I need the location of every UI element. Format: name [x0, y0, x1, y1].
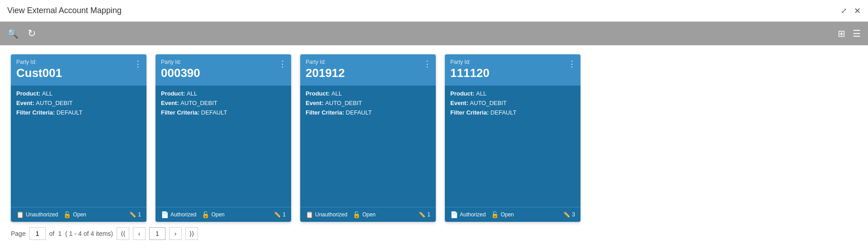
party-id-value-1: 000390	[161, 66, 286, 80]
toolbar-left: 🔍 ↻	[7, 28, 36, 39]
auth-icon-1: 📄	[161, 211, 169, 218]
last-page-button[interactable]: ⟩⟩	[185, 227, 198, 240]
event-row-0: Event: AUTO_DEBIT	[16, 100, 141, 106]
page-input[interactable]	[29, 227, 46, 240]
auth-status-2: 📋 Unauthorized	[306, 211, 347, 218]
auth-icon-0: 📋	[16, 211, 24, 218]
lock-status-1: 🔓 Open	[202, 211, 224, 218]
lock-status-3: 🔓 Open	[491, 211, 514, 218]
grid-view-icon[interactable]: ⊞	[838, 28, 845, 39]
minimize-icon[interactable]: ⤢	[841, 6, 847, 15]
close-icon[interactable]: ✕	[854, 6, 861, 16]
of-label: of	[49, 230, 55, 237]
lock-icon-0: 🔓	[63, 211, 71, 218]
toolbar-right: ⊞ ☰	[838, 28, 861, 39]
search-icon[interactable]: 🔍	[7, 28, 19, 39]
card-header-0: Party Id: Cust001 ⋮	[11, 54, 146, 86]
card-3: Party Id: 111120 ⋮ Product: ALL Event: A…	[445, 54, 580, 222]
auth-status-label-3: Authorized	[460, 211, 486, 218]
refresh-icon[interactable]: ↻	[28, 28, 36, 39]
card-body-0: Product: ALL Event: AUTO_DEBIT Filter Cr…	[11, 86, 146, 207]
card-header-1: Party Id: 000390 ⋮	[156, 54, 291, 86]
auth-status-label-2: Unauthorized	[315, 211, 347, 218]
card-menu-icon-2[interactable]: ⋮	[423, 59, 431, 69]
edit-count-value-1: 1	[283, 211, 286, 218]
filter-row-2: Filter Criteria: DEFAULT	[306, 109, 430, 116]
lock-status-label-3: Open	[500, 211, 514, 218]
product-row-1: Product: ALL	[161, 90, 286, 97]
party-id-label-1: Party Id:	[161, 59, 286, 65]
auth-icon-2: 📋	[306, 211, 313, 218]
edit-icon-1: ✏️	[274, 211, 281, 218]
product-row-3: Product: ALL	[450, 90, 575, 97]
party-id-value-0: Cust001	[16, 66, 141, 80]
lock-icon-1: 🔓	[202, 211, 209, 218]
title-bar: View External Account Mapping ⤢ ✕	[0, 0, 868, 22]
edit-icon-0: ✏️	[129, 211, 136, 218]
card-menu-icon-0[interactable]: ⋮	[134, 59, 142, 69]
card-header-3: Party Id: 111120 ⋮	[445, 54, 580, 86]
first-page-button[interactable]: ⟨⟨	[117, 227, 129, 240]
menu-icon[interactable]: ☰	[853, 28, 861, 39]
card-footer-3: 📄 Authorized 🔓 Open ✏️ 3	[445, 207, 580, 222]
pagination-bar: Page of 1 ( 1 - 4 of 4 items) ⟨⟨ ‹ 1 › ⟩…	[11, 222, 857, 240]
party-id-label-0: Party Id:	[16, 59, 141, 65]
auth-status-3: 📄 Authorized	[450, 211, 486, 218]
lock-status-label-2: Open	[362, 211, 375, 218]
edit-count-1[interactable]: ✏️ 1	[274, 211, 286, 218]
edit-icon-2: ✏️	[419, 211, 425, 218]
card-menu-icon-3[interactable]: ⋮	[568, 59, 576, 69]
toolbar: 🔍 ↻ ⊞ ☰	[0, 22, 868, 45]
card-body-2: Product: ALL Event: AUTO_DEBIT Filter Cr…	[300, 86, 436, 207]
product-row-2: Product: ALL	[306, 90, 430, 97]
lock-icon-3: 🔓	[491, 211, 499, 218]
title-bar-actions: ⤢ ✕	[841, 6, 861, 16]
edit-count-0[interactable]: ✏️ 1	[129, 211, 141, 218]
items-info: ( 1 - 4 of 4 items)	[65, 230, 113, 237]
party-id-label-2: Party Id:	[306, 59, 430, 65]
filter-row-3: Filter Criteria: DEFAULT	[450, 109, 575, 116]
card-footer-0: 📋 Unauthorized 🔓 Open ✏️ 1	[11, 207, 146, 222]
party-id-value-2: 201912	[306, 66, 430, 80]
event-row-3: Event: AUTO_DEBIT	[450, 100, 575, 106]
lock-status-label-1: Open	[211, 211, 224, 218]
event-row-1: Event: AUTO_DEBIT	[161, 100, 286, 106]
card-header-2: Party Id: 201912 ⋮	[300, 54, 436, 86]
total-pages: 1	[58, 230, 61, 237]
auth-status-0: 📋 Unauthorized	[16, 211, 58, 218]
edit-icon-3: ✏️	[563, 211, 570, 218]
card-body-3: Product: ALL Event: AUTO_DEBIT Filter Cr…	[445, 86, 580, 207]
lock-status-0: 🔓 Open	[63, 211, 86, 218]
edit-count-value-0: 1	[138, 211, 141, 218]
card-body-1: Product: ALL Event: AUTO_DEBIT Filter Cr…	[156, 86, 291, 207]
auth-status-label-0: Unauthorized	[26, 211, 58, 218]
card-0: Party Id: Cust001 ⋮ Product: ALL Event: …	[11, 54, 146, 222]
current-page-box: 1	[149, 227, 165, 240]
card-footer-1: 📄 Authorized 🔓 Open ✏️ 1	[156, 207, 291, 222]
prev-page-button[interactable]: ‹	[133, 227, 146, 240]
party-id-label-3: Party Id:	[450, 59, 575, 65]
auth-icon-3: 📄	[450, 211, 458, 218]
product-row-0: Product: ALL	[16, 90, 141, 97]
card-1: Party Id: 000390 ⋮ Product: ALL Event: A…	[156, 54, 291, 222]
page-title: View External Account Mapping	[7, 6, 122, 15]
auth-status-1: 📄 Authorized	[161, 211, 196, 218]
edit-count-3[interactable]: ✏️ 3	[563, 211, 575, 218]
party-id-value-3: 111120	[450, 66, 575, 80]
lock-status-2: 🔓 Open	[353, 211, 375, 218]
lock-status-label-0: Open	[73, 211, 86, 218]
edit-count-2[interactable]: ✏️ 1	[419, 211, 430, 218]
lock-icon-2: 🔓	[353, 211, 360, 218]
filter-row-1: Filter Criteria: DEFAULT	[161, 109, 286, 116]
filter-row-0: Filter Criteria: DEFAULT	[16, 109, 141, 116]
page-label: Page	[11, 230, 26, 237]
next-page-button[interactable]: ›	[169, 227, 182, 240]
card-menu-icon-1[interactable]: ⋮	[278, 59, 287, 69]
edit-count-value-2: 1	[427, 211, 430, 218]
cards-container: Party Id: Cust001 ⋮ Product: ALL Event: …	[11, 54, 857, 222]
card-2: Party Id: 201912 ⋮ Product: ALL Event: A…	[300, 54, 436, 222]
auth-status-label-1: Authorized	[170, 211, 196, 218]
main-content: Party Id: Cust001 ⋮ Product: ALL Event: …	[0, 45, 868, 249]
edit-count-value-3: 3	[572, 211, 575, 218]
card-footer-2: 📋 Unauthorized 🔓 Open ✏️ 1	[300, 207, 436, 222]
